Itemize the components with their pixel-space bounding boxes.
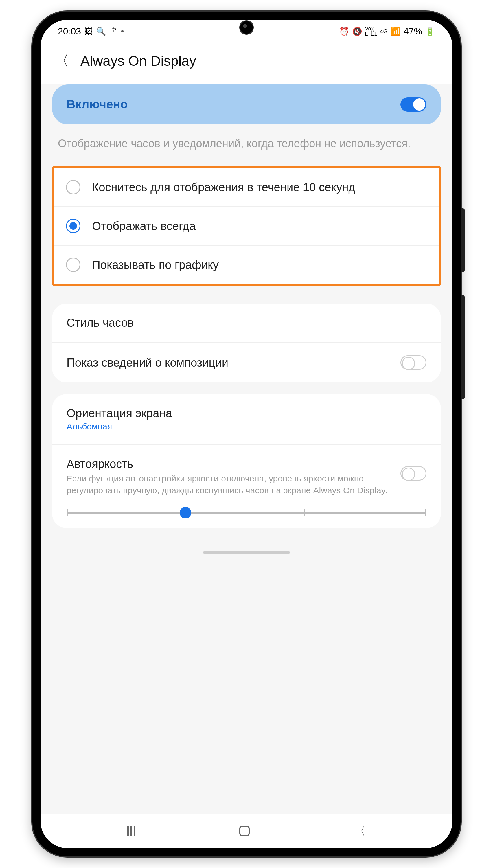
radio-always-show[interactable]: Отображать всегда bbox=[55, 206, 438, 245]
navigation-bar: 〈 bbox=[41, 813, 452, 848]
nav-home-button[interactable] bbox=[239, 826, 250, 836]
status-time: 20:03 bbox=[58, 26, 81, 37]
page-title: Always On Display bbox=[81, 53, 196, 69]
radio-label: Отображать всегда bbox=[92, 218, 196, 234]
mute-icon: 🔇 bbox=[352, 27, 362, 36]
auto-brightness-item[interactable]: Автояркость Если функция автонастройки я… bbox=[52, 444, 441, 509]
radio-circle-icon bbox=[66, 180, 81, 194]
more-notifications-dot bbox=[121, 30, 124, 32]
battery-icon: 🔋 bbox=[425, 27, 435, 36]
nav-recents-button[interactable] bbox=[127, 826, 135, 836]
settings-card-2: Ориентация экрана Альбомная Автояркость … bbox=[52, 394, 441, 528]
radio-label: Коснитесь для отображения в течение 10 с… bbox=[92, 180, 355, 195]
network-4g-icon: 4G bbox=[380, 28, 388, 35]
camera-hole bbox=[239, 20, 254, 35]
radio-circle-icon bbox=[66, 258, 81, 272]
composition-info-item[interactable]: Показ сведений о композиции bbox=[52, 342, 441, 383]
auto-brightness-switch[interactable] bbox=[401, 466, 426, 481]
brightness-slider-wrap bbox=[52, 509, 441, 528]
orientation-label: Ориентация экрана bbox=[67, 407, 418, 420]
display-mode-radio-group: Коснитесь для отображения в течение 10 с… bbox=[52, 166, 441, 286]
composition-label: Показ сведений о композиции bbox=[67, 356, 392, 369]
orientation-value: Альбомная bbox=[67, 421, 418, 431]
status-right: ⏰ 🔇 Vo))LTE1 4G 📶 47% 🔋 bbox=[339, 26, 435, 37]
slider-thumb[interactable] bbox=[180, 507, 191, 519]
clock-style-item[interactable]: Стиль часов bbox=[52, 304, 441, 342]
screen: 20:03 🖼 🔍 ⏱ ⏰ 🔇 Vo))LTE1 4G 📶 47% 🔋 〈 Al… bbox=[41, 20, 452, 848]
phone-frame: 20:03 🖼 🔍 ⏱ ⏰ 🔇 Vo))LTE1 4G 📶 47% 🔋 〈 Al… bbox=[33, 12, 460, 856]
status-left: 20:03 🖼 🔍 ⏱ bbox=[58, 26, 124, 37]
feature-description: Отображение часов и уведомлений, когда т… bbox=[52, 136, 441, 166]
radio-tap-to-show[interactable]: Коснитесь для отображения в течение 10 с… bbox=[55, 168, 438, 206]
composition-switch[interactable] bbox=[401, 355, 426, 370]
enable-toggle-row[interactable]: Включено bbox=[52, 85, 441, 125]
scroll-indicator-area bbox=[52, 540, 441, 560]
radio-circle-selected-icon bbox=[66, 219, 81, 233]
auto-brightness-desc: Если функция автонастройки яркости отклю… bbox=[67, 473, 392, 496]
signal-icon: 📶 bbox=[391, 27, 401, 36]
content-scroll[interactable]: Включено Отображение часов и уведомлений… bbox=[41, 85, 452, 813]
scroll-handle-icon bbox=[203, 551, 290, 554]
gallery-icon: 🖼 bbox=[85, 27, 92, 36]
radio-label: Показывать по графику bbox=[92, 257, 219, 272]
brightness-slider[interactable] bbox=[67, 512, 426, 514]
enable-switch[interactable] bbox=[401, 97, 426, 112]
settings-card-1: Стиль часов Показ сведений о композиции bbox=[52, 304, 441, 383]
auto-brightness-label: Автояркость bbox=[67, 457, 392, 471]
slider-tick-icon bbox=[304, 509, 305, 517]
back-button[interactable]: 〈 bbox=[55, 51, 69, 70]
orientation-item[interactable]: Ориентация экрана Альбомная bbox=[52, 394, 441, 444]
search-icon: 🔍 bbox=[96, 27, 106, 36]
enable-label: Включено bbox=[67, 97, 128, 111]
alarm-icon: ⏰ bbox=[339, 27, 349, 36]
volte-icon: Vo))LTE1 bbox=[365, 26, 377, 37]
page-header: 〈 Always On Display bbox=[41, 43, 452, 85]
battery-percent: 47% bbox=[404, 26, 422, 37]
clock-style-label: Стиль часов bbox=[67, 316, 418, 329]
stopwatch-icon: ⏱ bbox=[110, 27, 118, 36]
nav-back-button[interactable]: 〈 bbox=[354, 823, 366, 839]
radio-show-scheduled[interactable]: Показывать по графику bbox=[55, 245, 438, 284]
